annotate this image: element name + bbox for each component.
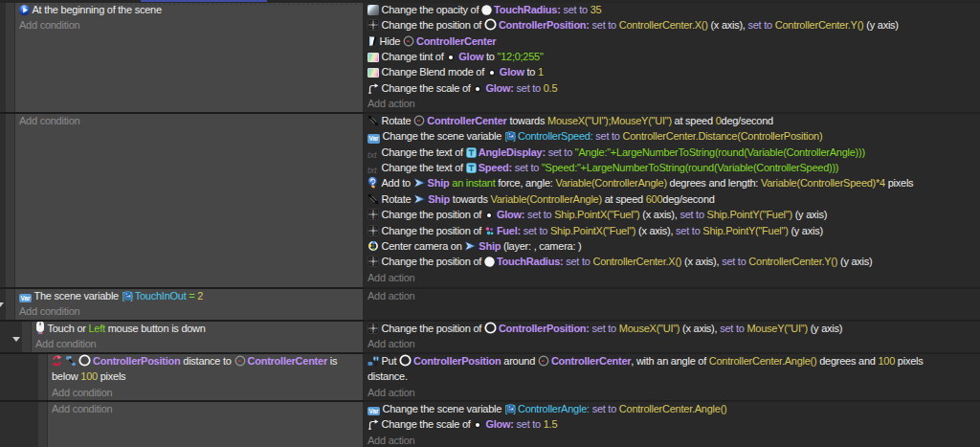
svg-text:}: } <box>513 131 516 142</box>
svg-text:}: } <box>513 403 516 413</box>
svg-text:}: } <box>130 290 133 301</box>
